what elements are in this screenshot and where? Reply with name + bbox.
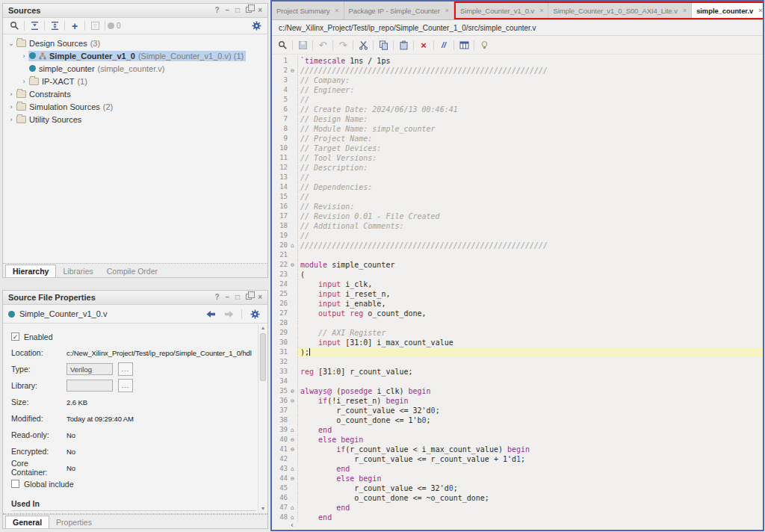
field-label: Encrypted:	[11, 447, 66, 456]
fold-close-icon[interactable]: ⌂	[288, 241, 297, 250]
cut-icon[interactable]	[356, 38, 371, 52]
tree-item-simulation-sources[interactable]: ›Simulation Sources (2)	[3, 100, 267, 113]
float-icon[interactable]	[246, 294, 252, 301]
scroll-down-icon[interactable]: ▼	[258, 505, 267, 513]
close-tab-icon[interactable]: ×	[758, 7, 762, 14]
scroll-up-icon[interactable]: ▲	[258, 324, 267, 332]
chevron-down-icon[interactable]: ⌄	[7, 40, 16, 47]
enabled-checkbox[interactable]: ✓	[11, 332, 19, 341]
columns-icon[interactable]	[456, 38, 471, 52]
vertical-scrollbar[interactable]: ▲▼	[258, 324, 267, 513]
close-tab-icon[interactable]: ×	[683, 7, 687, 14]
line-number: 43	[272, 464, 288, 474]
fold-open-icon[interactable]: ⊖	[288, 474, 297, 483]
scrollbar-thumb[interactable]	[260, 333, 266, 381]
float-glyph	[246, 294, 252, 300]
fold-open-icon[interactable]: ⊖	[288, 386, 297, 396]
minimize-icon[interactable]: –	[226, 7, 230, 14]
sources-tab-libraries[interactable]: Libraries	[56, 265, 99, 277]
editor-tab-simple-counter-v[interactable]: simple_counter.v×	[692, 3, 763, 18]
code-text: `timescale 1ns / 1ps	[297, 56, 763, 66]
delete-icon[interactable]: ×	[416, 38, 431, 52]
float-icon[interactable]	[246, 7, 252, 14]
line-number: 38	[272, 415, 288, 425]
fold-open-icon[interactable]: ⊖	[288, 435, 297, 445]
settings-gear-icon[interactable]	[247, 307, 262, 321]
tree-item-constraints[interactable]: ›Constraints	[3, 87, 267, 100]
chevron-right-icon[interactable]: ›	[7, 116, 16, 123]
editor-tab-project-summary[interactable]: Project Summary×	[272, 1, 344, 19]
properties-tab-properties[interactable]: Properties	[49, 516, 99, 528]
redo-icon: ↷	[335, 38, 350, 52]
tree-item-simple-counter[interactable]: simple_counter (simple_counter.v)	[3, 62, 267, 75]
chevron-right-icon[interactable]: ›	[7, 90, 16, 98]
help-icon[interactable]: ?	[214, 7, 219, 14]
copy-icon[interactable]	[376, 38, 391, 52]
chevron-right-icon[interactable]: ›	[19, 78, 28, 85]
field-type-combobox[interactable]: Verilog	[66, 363, 113, 375]
help-icon[interactable]: ?	[214, 294, 219, 301]
settings-gear-icon[interactable]	[249, 19, 264, 33]
field-library-combobox[interactable]	[66, 380, 113, 392]
hscroll-left-icon[interactable]: ‹	[290, 522, 294, 529]
toolbar-separator	[292, 40, 293, 50]
tree-item-design-sources[interactable]: ⌄Design Sources (3)	[3, 37, 267, 49]
maximize-icon[interactable]: □	[235, 7, 240, 14]
lightbulb-icon[interactable]	[477, 38, 492, 52]
editor-tab-simple-counter-v1-0-s00-axi4-lite-v[interactable]: Simple_Counter_v1_0_S00_AXI4_Lite.v×	[548, 3, 692, 18]
browse-button[interactable]: ...	[118, 362, 133, 376]
global-include-checkbox[interactable]	[11, 480, 19, 488]
help-disabled-glyph: ?	[91, 22, 99, 30]
close-tab-icon[interactable]: ×	[335, 7, 338, 14]
tree-item-ip-xact[interactable]: ›IP-XACT (1)	[3, 75, 267, 87]
tree-item-simple-counter-v1-0[interactable]: ›Simple_Counter_v1_0 (Simple_Counter_v1_…	[3, 49, 267, 62]
toolbar-separator	[474, 40, 474, 50]
code-lines: 1`timescale 1ns / 1ps2⊖/////////////////…	[272, 56, 763, 522]
search-icon[interactable]	[275, 38, 290, 52]
line-number: 24	[272, 279, 288, 289]
code-text: end	[297, 464, 763, 474]
maximize-icon[interactable]: □	[235, 294, 240, 301]
line-number: 39	[272, 425, 288, 435]
fold-open-icon[interactable]: ⊖	[288, 396, 297, 406]
code-text: //	[297, 192, 763, 202]
properties-tab-general[interactable]: General	[5, 516, 49, 528]
sources-tab-hierarchy[interactable]: Hierarchy	[5, 265, 56, 277]
back-arrow-icon[interactable]	[203, 307, 218, 321]
line-number: 32	[272, 357, 288, 367]
chevron-right-icon[interactable]: ›	[19, 52, 28, 60]
fold-close-icon[interactable]: ⌂	[288, 464, 297, 474]
tree-item-utility-sources[interactable]: ›Utility Sources	[3, 113, 267, 126]
field-label: Read-only:	[11, 430, 66, 439]
code-line-23: 23(	[272, 270, 763, 279]
paste-icon[interactable]	[396, 38, 411, 52]
collapse-all-icon[interactable]	[27, 19, 42, 33]
editor-tab-package-ip-simple-counter[interactable]: Package IP - Simple_Counter×	[344, 1, 454, 19]
fold-close-icon[interactable]: ⌂	[288, 425, 297, 435]
line-number: 11	[272, 153, 288, 163]
code-line-33: 33reg [31:0] r_count_value;	[272, 367, 763, 377]
close-icon[interactable]: ×	[258, 294, 262, 301]
fold-open-icon[interactable]: ⊖	[288, 66, 297, 75]
code-editor[interactable]: 1`timescale 1ns / 1ps2⊖/////////////////…	[272, 55, 763, 530]
expand-all-icon[interactable]	[47, 19, 62, 33]
line-number: 29	[272, 328, 288, 338]
editor-tab-simple-counter-v1-0-v[interactable]: Simple_Counter_v1_0.v×	[456, 3, 548, 18]
close-tab-icon[interactable]: ×	[539, 7, 543, 14]
fold-open-icon[interactable]: ⊖	[288, 445, 297, 454]
chevron-right-icon[interactable]: ›	[7, 103, 16, 111]
minimize-icon[interactable]: –	[226, 294, 230, 301]
sources-tab-compile-order[interactable]: Compile Order	[100, 265, 164, 277]
line-number: 33	[272, 367, 288, 377]
sources-panel-titlebar: Sources ?–□×	[3, 4, 267, 18]
field-row-read-only: Read-only:No	[11, 427, 255, 443]
browse-button[interactable]: ...	[118, 379, 133, 392]
close-tab-icon[interactable]: ×	[445, 7, 449, 14]
close-icon[interactable]: ×	[258, 7, 262, 14]
fold-open-icon[interactable]: ⊖	[288, 260, 297, 270]
add-icon[interactable]: +	[67, 19, 82, 33]
comment-icon[interactable]: //	[436, 38, 451, 52]
fold-close-icon[interactable]: ⌂	[288, 503, 297, 513]
code-text: // Tool Versions:	[297, 153, 763, 163]
search-icon[interactable]	[7, 19, 22, 33]
